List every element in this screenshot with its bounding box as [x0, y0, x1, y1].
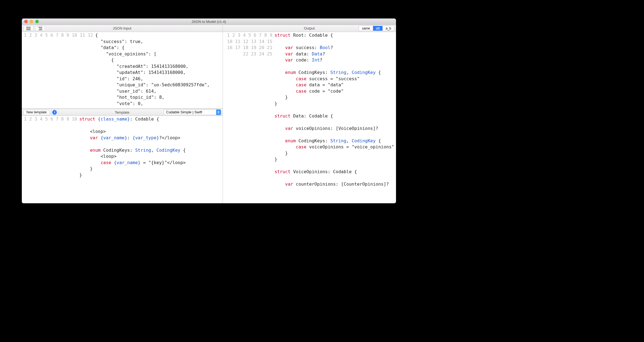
- template-selector[interactable]: Codable Simple | Swift: [164, 109, 221, 115]
- info-icon: i: [52, 110, 57, 115]
- indent-icon: [38, 27, 42, 30]
- json-input-code[interactable]: { "success": true, "data": { "voice_opin…: [95, 32, 211, 108]
- template-code[interactable]: struct {class_name}: Codable { <loop> va…: [79, 116, 187, 203]
- output-editor[interactable]: 1 2 3 4 5 6 7 8 9 10 11 12 13 14 15 16 1…: [223, 32, 396, 203]
- output-toolbar: Output sameaBa_b: [223, 25, 396, 32]
- case-option-same[interactable]: same: [359, 26, 373, 31]
- case-option-aB[interactable]: aB: [373, 26, 383, 31]
- indent-button[interactable]: [35, 26, 45, 31]
- minimize-icon[interactable]: [30, 20, 33, 23]
- format-button[interactable]: [23, 26, 33, 31]
- right-column: Output sameaBa_b 1 2 3 4 5 6 7 8 9 10 11…: [223, 25, 396, 203]
- json-input-label: JSON Input: [22, 26, 223, 30]
- stepper-icon[interactable]: [216, 109, 221, 115]
- template-toolbar: New template i Template Codable Simple |…: [22, 109, 223, 116]
- template-gutter: 1 2 3 4 5 6 7 8 9 10: [22, 116, 79, 203]
- left-column: JSON Input 1 2 3 4 5 6 7 8 9 10 11 12 { …: [22, 25, 223, 203]
- close-icon[interactable]: [24, 20, 28, 23]
- json-input-toolbar: JSON Input: [22, 25, 223, 32]
- info-button[interactable]: i: [51, 110, 58, 115]
- window-title: JSON to Model (v1.4): [22, 20, 396, 24]
- zoom-icon[interactable]: [35, 20, 39, 23]
- new-template-button[interactable]: New template: [23, 110, 50, 115]
- case-segmented-control[interactable]: sameaBa_b: [359, 26, 394, 31]
- template-selector-value[interactable]: Codable Simple | Swift: [164, 109, 216, 115]
- json-input-editor[interactable]: 1 2 3 4 5 6 7 8 9 10 11 12 { "success": …: [22, 32, 223, 109]
- template-editor[interactable]: 1 2 3 4 5 6 7 8 9 10 struct {class_name}…: [22, 116, 223, 203]
- case-option-a_b[interactable]: a_b: [383, 26, 394, 31]
- justify-icon: [26, 27, 31, 30]
- window-body: JSON Input 1 2 3 4 5 6 7 8 9 10 11 12 { …: [22, 25, 396, 203]
- json-input-gutter: 1 2 3 4 5 6 7 8 9 10 11 12: [22, 32, 95, 108]
- output-code[interactable]: struct Root: Codable { var success: Bool…: [274, 32, 396, 203]
- traffic-lights: [22, 20, 39, 23]
- app-window: JSON to Model (v1.4) JSON Input 1 2 3 4 …: [22, 18, 396, 203]
- titlebar[interactable]: JSON to Model (v1.4): [22, 18, 396, 25]
- output-gutter: 1 2 3 4 5 6 7 8 9 10 11 12 13 14 15 16 1…: [223, 32, 274, 203]
